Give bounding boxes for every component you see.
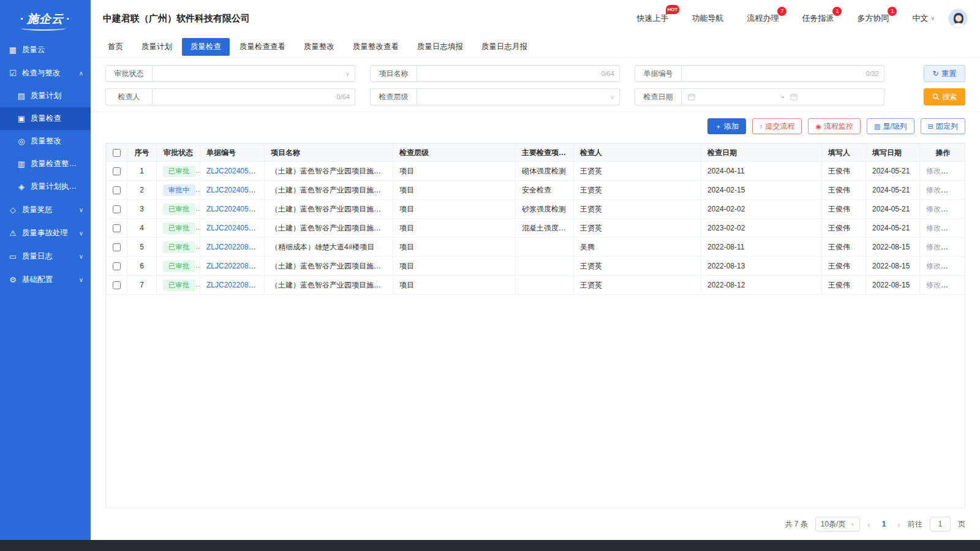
goto-page-input[interactable] [930,517,951,531]
topnav-item-1[interactable]: 功能导航 [692,13,723,24]
column-header-1[interactable]: 审批状态 [157,144,200,162]
column-header-9[interactable]: 填写日期 [866,144,920,162]
date-start-input[interactable] [682,93,782,101]
inspector-cell: 王贤英 [574,219,701,238]
doc-no-link[interactable]: ZLJC2024050446 [206,167,265,175]
approval-status-select[interactable]: ∨ [153,66,355,82]
row-checkbox[interactable] [113,205,121,213]
check-date-range[interactable]: - [682,89,884,105]
row-checkbox[interactable] [113,167,121,175]
pagination-bar: 共 7 条 10条/页 ∨ ‹ 1 › 前往 页 [91,508,980,540]
tab-7[interactable]: 质量日志月报 [473,38,536,56]
sidebar-item-1[interactable]: ☑检查与整改∧ [0,61,91,85]
project-name-input[interactable]: 0/64 [417,66,619,82]
delete-link[interactable]: 删除 [947,243,962,251]
doc-no-link[interactable]: ZLJC2024050444 [206,205,265,213]
doc-no-link[interactable]: ZLJC2024050445 [206,186,265,194]
tab-3[interactable]: 质量检查查看 [231,38,294,56]
tab-6[interactable]: 质量日志填报 [409,38,472,56]
sidebar-item-4[interactable]: ◎质量整改 [0,130,91,153]
show-hide-columns-button[interactable]: ▥ 显/隐列 [867,118,914,134]
search-button[interactable]: 搜索 [924,88,965,105]
edit-link[interactable]: 修改 [926,167,941,175]
doc-no-link[interactable]: ZLJC2022080173 [206,262,265,270]
delete-link[interactable]: 删除 [947,224,962,232]
doc-no-link[interactable]: ZLJC2022080174 [206,243,265,251]
page-size-select[interactable]: 10条/页 ∨ [815,517,860,531]
select-all-checkbox[interactable] [113,149,121,157]
edit-link[interactable]: 修改 [926,243,941,251]
column-header-7[interactable]: 检查日期 [701,144,822,162]
column-header-0[interactable]: 序号 [127,144,157,162]
doc-no-link[interactable]: ZLJC2024050443 [206,224,265,232]
edit-link[interactable]: 修改 [926,224,941,232]
tab-1[interactable]: 质量计划 [133,38,181,56]
doc-no-input[interactable]: 0/32 [682,66,884,82]
doc-no-link[interactable]: ZLJC2022080172 [206,281,265,289]
flow-monitor-button[interactable]: ◉ 流程监控 [808,118,861,134]
delete-link[interactable]: 删除 [947,167,962,175]
fixed-columns-button[interactable]: ⊟ 固定列 [921,118,965,134]
current-page[interactable]: 1 [878,520,890,528]
delete-link[interactable]: 删除 [947,205,962,213]
avatar[interactable] [948,9,968,28]
delete-link[interactable]: 删除 [947,281,962,289]
add-button[interactable]: ＋ 添加 [707,118,746,134]
next-page-button[interactable]: › [897,520,900,529]
status-cell: 审批中 [157,181,200,200]
sidebar-item-6[interactable]: ◈质量计划执行跟踪 [0,175,91,198]
sidebar-item-9[interactable]: ▭质量日志∨ [0,245,91,268]
topnav-item-2[interactable]: 流程办理7 [747,13,778,24]
edit-link[interactable]: 修改 [926,281,941,289]
row-checkbox[interactable] [113,186,121,194]
column-header-2[interactable]: 单据编号 [200,144,265,162]
sidebar-item-10[interactable]: ⚙基础配置∨ [0,268,91,291]
app-logo[interactable]: 施企云 [0,0,91,38]
sidebar-item-8[interactable]: ⚠质量事故处理∨ [0,221,91,245]
tab-0[interactable]: 首页 [99,38,132,56]
tab-2[interactable]: 质量检查 [182,38,230,56]
row-checkbox[interactable] [113,243,121,251]
sidebar-item-7[interactable]: ◇质量奖惩∨ [0,198,91,221]
level-select[interactable]: ∨ [417,89,619,105]
column-header-4[interactable]: 检查层级 [393,144,516,162]
writer-cell: 王俊伟 [822,257,866,276]
reset-button[interactable]: ↻ 重置 [924,65,965,82]
column-header-10[interactable]: 操作 [920,144,966,162]
delete-link[interactable]: 删除 [947,262,962,270]
tab-4[interactable]: 质量整改 [295,38,343,56]
column-header-3[interactable]: 项目名称 [265,144,393,162]
topnav-item-4[interactable]: 多方协同1 [857,13,889,24]
row-checkbox[interactable] [113,224,121,232]
chevron-down-icon: ∨ [610,94,614,101]
delete-link[interactable]: 删除 [947,186,962,194]
edit-link[interactable]: 修改 [926,262,941,270]
write-date-cell: 2024-05-21 [866,181,920,200]
sidebar-item-2[interactable]: ▤质量计划 [0,85,91,107]
topnav-item-0[interactable]: 快速上手HOT [636,13,668,24]
column-header-6[interactable]: 检查人 [574,144,701,162]
status-badge: 已审批 [163,222,195,234]
row-checkbox[interactable] [113,262,121,270]
date-end-input[interactable] [784,93,884,101]
logo-swoosh [21,26,66,31]
sidebar-item-5[interactable]: ▥质量检查整改跟踪 [0,153,91,175]
checkbox-cell [107,181,127,200]
column-header-8[interactable]: 填写人 [822,144,866,162]
check-date-cell: 2023-02-02 [701,219,822,238]
inspector-input[interactable]: 0/64 [153,89,355,105]
topnav-item-3[interactable]: 任务指派1 [802,13,834,24]
prev-page-button[interactable]: ‹ [867,520,870,529]
sidebar-item-label: 基础配置 [22,275,77,285]
sidebar-item-0[interactable]: ▦质量云 [0,38,91,61]
row-checkbox[interactable] [113,281,121,289]
tab-5[interactable]: 质量整改查看 [344,38,407,56]
edit-link[interactable]: 修改 [926,186,941,194]
column-header-5[interactable]: 主要检查项名称 [516,144,574,162]
language-selector[interactable]: 中文 ∨ [912,13,935,24]
edit-link[interactable]: 修改 [926,205,941,213]
submit-flow-button[interactable]: ↑ 提交流程 [752,118,802,134]
project-name-cell: （土建）蓝色智谷产业园项目施工总承... [265,200,393,219]
sidebar-item-3[interactable]: ▣质量检查 [0,107,91,130]
write-date-cell: 2022-08-15 [866,257,920,276]
